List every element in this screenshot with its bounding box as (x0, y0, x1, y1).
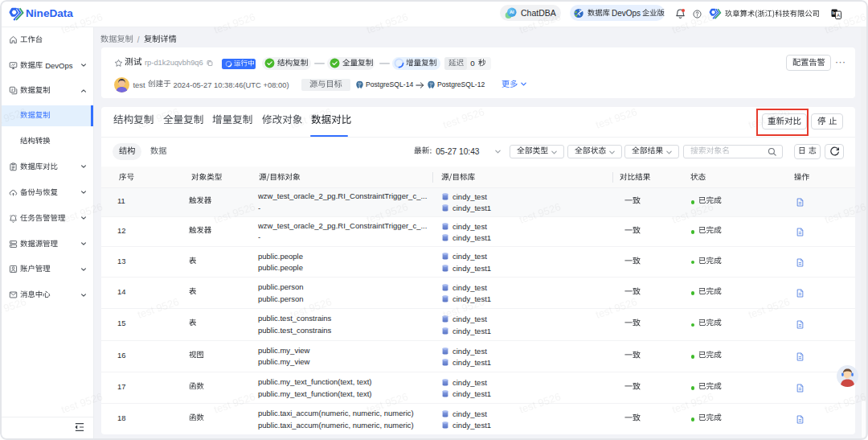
svg-text:A: A (837, 13, 840, 18)
svg-text:AI: AI (510, 10, 514, 14)
